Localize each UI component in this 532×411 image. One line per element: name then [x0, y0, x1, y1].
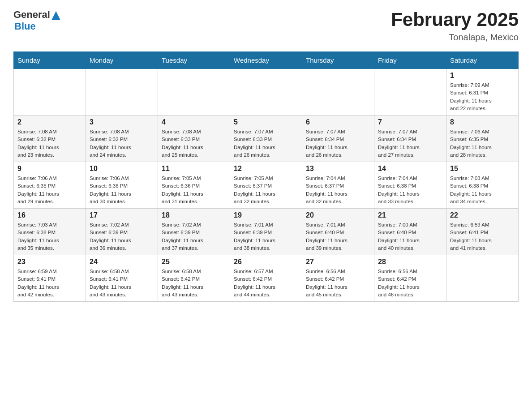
calendar-week-row: 1Sunrise: 7:09 AM Sunset: 6:31 PM Daylig… — [14, 69, 519, 116]
logo-blue: Blue — [14, 21, 60, 32]
calendar-cell: 14Sunrise: 7:04 AM Sunset: 6:38 PM Dayli… — [374, 162, 446, 209]
day-number: 13 — [306, 165, 370, 173]
day-info: Sunrise: 7:06 AM Sunset: 6:35 PM Dayligh… — [17, 175, 82, 206]
logo-general: General — [13, 9, 50, 21]
day-info: Sunrise: 7:03 AM Sunset: 6:38 PM Dayligh… — [17, 221, 82, 252]
day-number: 1 — [450, 72, 515, 80]
day-number: 12 — [234, 165, 298, 173]
calendar-table: SundayMondayTuesdayWednesdayThursdayFrid… — [13, 51, 519, 302]
calendar-cell — [446, 255, 519, 302]
day-number: 2 — [17, 118, 82, 126]
day-number: 10 — [90, 165, 154, 173]
day-number: 7 — [378, 118, 442, 126]
calendar-cell: 8Sunrise: 7:06 AM Sunset: 6:35 PM Daylig… — [446, 116, 519, 162]
calendar-cell: 24Sunrise: 6:58 AM Sunset: 6:41 PM Dayli… — [86, 255, 158, 302]
calendar-cell: 13Sunrise: 7:04 AM Sunset: 6:37 PM Dayli… — [302, 162, 374, 209]
svg-marker-0 — [51, 11, 60, 20]
logo: General Blue — [13, 9, 60, 32]
day-info: Sunrise: 7:00 AM Sunset: 6:40 PM Dayligh… — [378, 221, 442, 252]
day-number: 27 — [306, 258, 370, 266]
day-info: Sunrise: 6:56 AM Sunset: 6:42 PM Dayligh… — [378, 268, 442, 299]
month-year-title: February 2025 — [391, 9, 519, 30]
day-info: Sunrise: 7:06 AM Sunset: 6:36 PM Dayligh… — [90, 175, 154, 206]
day-number: 28 — [378, 258, 442, 266]
calendar-cell: 19Sunrise: 7:01 AM Sunset: 6:39 PM Dayli… — [230, 209, 302, 255]
day-info: Sunrise: 7:08 AM Sunset: 6:32 PM Dayligh… — [17, 128, 82, 159]
day-header-sunday: Sunday — [14, 52, 86, 69]
day-number: 6 — [306, 118, 370, 126]
calendar-cell: 21Sunrise: 7:00 AM Sunset: 6:40 PM Dayli… — [374, 209, 446, 255]
day-info: Sunrise: 7:01 AM Sunset: 6:40 PM Dayligh… — [306, 221, 370, 252]
calendar-cell: 27Sunrise: 6:56 AM Sunset: 6:42 PM Dayli… — [302, 255, 374, 302]
calendar-cell: 11Sunrise: 7:05 AM Sunset: 6:36 PM Dayli… — [158, 162, 230, 209]
day-header-wednesday: Wednesday — [230, 52, 302, 69]
day-number: 22 — [450, 211, 515, 219]
calendar-cell: 16Sunrise: 7:03 AM Sunset: 6:38 PM Dayli… — [14, 209, 86, 255]
day-number: 11 — [162, 165, 226, 173]
calendar-cell: 25Sunrise: 6:58 AM Sunset: 6:42 PM Dayli… — [158, 255, 230, 302]
day-number: 5 — [234, 118, 298, 126]
calendar-cell: 7Sunrise: 7:07 AM Sunset: 6:34 PM Daylig… — [374, 116, 446, 162]
day-number: 17 — [90, 211, 154, 219]
calendar-header-row: SundayMondayTuesdayWednesdayThursdayFrid… — [14, 52, 519, 69]
day-info: Sunrise: 7:03 AM Sunset: 6:38 PM Dayligh… — [450, 175, 515, 206]
calendar-cell — [230, 69, 302, 116]
calendar-cell: 1Sunrise: 7:09 AM Sunset: 6:31 PM Daylig… — [446, 69, 519, 116]
calendar-cell: 15Sunrise: 7:03 AM Sunset: 6:38 PM Dayli… — [446, 162, 519, 209]
day-info: Sunrise: 7:07 AM Sunset: 6:34 PM Dayligh… — [306, 128, 370, 159]
day-number: 4 — [162, 118, 226, 126]
calendar-week-row: 16Sunrise: 7:03 AM Sunset: 6:38 PM Dayli… — [14, 209, 519, 255]
day-number: 15 — [450, 165, 515, 173]
calendar-cell: 4Sunrise: 7:08 AM Sunset: 6:33 PM Daylig… — [158, 116, 230, 162]
day-number: 14 — [378, 165, 442, 173]
calendar-cell: 17Sunrise: 7:02 AM Sunset: 6:39 PM Dayli… — [86, 209, 158, 255]
calendar-cell: 6Sunrise: 7:07 AM Sunset: 6:34 PM Daylig… — [302, 116, 374, 162]
calendar-cell: 10Sunrise: 7:06 AM Sunset: 6:36 PM Dayli… — [86, 162, 158, 209]
day-number: 24 — [90, 258, 154, 266]
day-info: Sunrise: 7:07 AM Sunset: 6:33 PM Dayligh… — [234, 128, 298, 159]
day-info: Sunrise: 7:02 AM Sunset: 6:39 PM Dayligh… — [162, 221, 226, 252]
calendar-cell: 26Sunrise: 6:57 AM Sunset: 6:42 PM Dayli… — [230, 255, 302, 302]
day-header-friday: Friday — [374, 52, 446, 69]
day-number: 19 — [234, 211, 298, 219]
calendar-week-row: 9Sunrise: 7:06 AM Sunset: 6:35 PM Daylig… — [14, 162, 519, 209]
day-number: 25 — [162, 258, 226, 266]
day-number: 23 — [17, 258, 82, 266]
calendar-cell: 20Sunrise: 7:01 AM Sunset: 6:40 PM Dayli… — [302, 209, 374, 255]
location-subtitle: Tonalapa, Mexico — [391, 32, 519, 43]
calendar-cell — [14, 69, 86, 116]
day-header-saturday: Saturday — [446, 52, 519, 69]
calendar-cell: 9Sunrise: 7:06 AM Sunset: 6:35 PM Daylig… — [14, 162, 86, 209]
day-number: 20 — [306, 211, 370, 219]
day-number: 9 — [17, 165, 82, 173]
day-info: Sunrise: 6:58 AM Sunset: 6:41 PM Dayligh… — [90, 268, 154, 299]
calendar-cell: 2Sunrise: 7:08 AM Sunset: 6:32 PM Daylig… — [14, 116, 86, 162]
day-info: Sunrise: 7:04 AM Sunset: 6:37 PM Dayligh… — [306, 175, 370, 206]
day-info: Sunrise: 7:07 AM Sunset: 6:34 PM Dayligh… — [378, 128, 442, 159]
day-info: Sunrise: 7:05 AM Sunset: 6:36 PM Dayligh… — [162, 175, 226, 206]
day-info: Sunrise: 7:06 AM Sunset: 6:35 PM Dayligh… — [450, 128, 515, 159]
calendar-week-row: 23Sunrise: 6:59 AM Sunset: 6:41 PM Dayli… — [14, 255, 519, 302]
calendar-cell: 3Sunrise: 7:08 AM Sunset: 6:32 PM Daylig… — [86, 116, 158, 162]
day-info: Sunrise: 6:57 AM Sunset: 6:42 PM Dayligh… — [234, 268, 298, 299]
day-info: Sunrise: 7:04 AM Sunset: 6:38 PM Dayligh… — [378, 175, 442, 206]
calendar-cell: 5Sunrise: 7:07 AM Sunset: 6:33 PM Daylig… — [230, 116, 302, 162]
day-info: Sunrise: 6:58 AM Sunset: 6:42 PM Dayligh… — [162, 268, 226, 299]
page-header: General Blue February 2025 Tonalapa, Mex… — [13, 9, 519, 43]
day-number: 16 — [17, 211, 82, 219]
calendar-cell: 23Sunrise: 6:59 AM Sunset: 6:41 PM Dayli… — [14, 255, 86, 302]
calendar-cell — [374, 69, 446, 116]
calendar-cell — [158, 69, 230, 116]
day-info: Sunrise: 7:02 AM Sunset: 6:39 PM Dayligh… — [90, 221, 154, 252]
title-section: February 2025 Tonalapa, Mexico — [391, 9, 519, 43]
calendar-cell: 18Sunrise: 7:02 AM Sunset: 6:39 PM Dayli… — [158, 209, 230, 255]
day-info: Sunrise: 7:08 AM Sunset: 6:32 PM Dayligh… — [90, 128, 154, 159]
day-number: 26 — [234, 258, 298, 266]
day-info: Sunrise: 7:01 AM Sunset: 6:39 PM Dayligh… — [234, 221, 298, 252]
day-number: 18 — [162, 211, 226, 219]
calendar-cell: 28Sunrise: 6:56 AM Sunset: 6:42 PM Dayli… — [374, 255, 446, 302]
day-number: 3 — [90, 118, 154, 126]
day-number: 8 — [450, 118, 515, 126]
calendar-cell — [86, 69, 158, 116]
day-header-monday: Monday — [86, 52, 158, 69]
